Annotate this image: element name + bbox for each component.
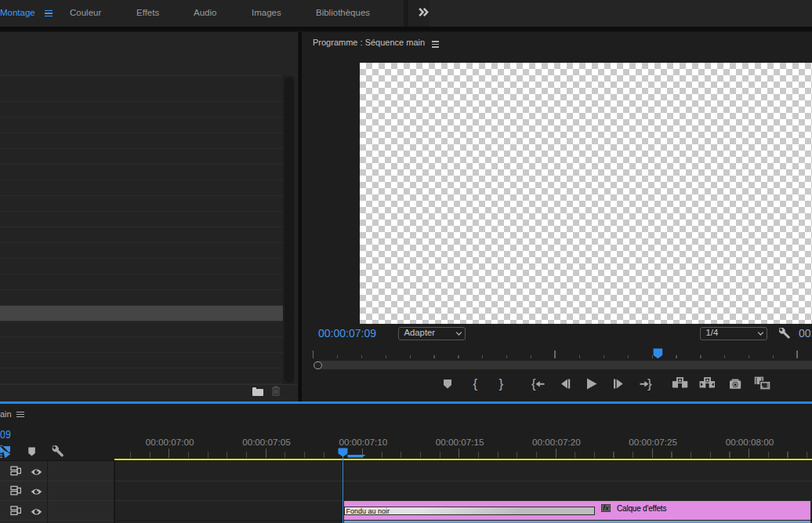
svg-text:}: } xyxy=(647,376,652,391)
svg-text:{: { xyxy=(473,376,478,391)
svg-text:{: { xyxy=(531,376,536,391)
svg-text:}: } xyxy=(499,376,504,391)
